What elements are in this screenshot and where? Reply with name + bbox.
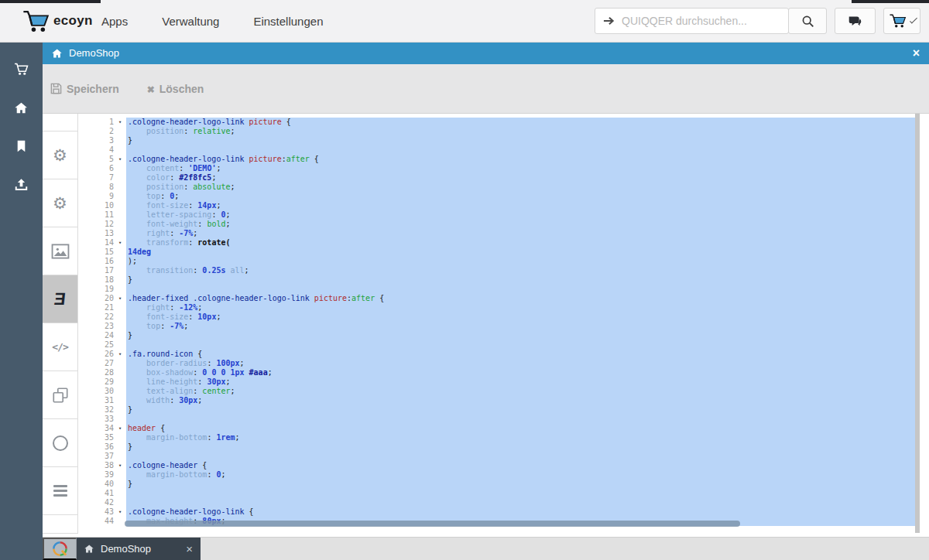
tool-gear-icon[interactable]: ⚙	[43, 131, 78, 179]
line-number: 32	[87, 405, 114, 415]
code-line-text[interactable]: text-align: center;	[126, 387, 915, 396]
delete-button[interactable]: ✖Löschen	[147, 83, 204, 95]
code-line-text[interactable]: position: relative;	[126, 127, 915, 136]
tool-bars-icon[interactable]	[43, 467, 78, 515]
fold-arrow-icon[interactable]: ▾	[114, 507, 126, 517]
code-line-text[interactable]: box-shadow: 0 0 0 1px #aaa;	[126, 368, 915, 377]
code-line-text[interactable]: width: 30px;	[126, 396, 915, 405]
tool-css3-icon[interactable]: Ǝ	[43, 275, 78, 323]
fold-arrow-icon[interactable]: ▾	[114, 155, 126, 164]
code-line-text[interactable]: }	[126, 405, 915, 415]
code-line-text[interactable]: border-radius: 100px;	[126, 359, 915, 368]
code-line-text[interactable]: top: 0;	[126, 192, 915, 201]
code-line-text[interactable]: }	[126, 331, 915, 340]
code-editor[interactable]: 1▾.cologne-header-logo-link picture {2 p…	[87, 114, 920, 533]
line-number: 42	[87, 498, 114, 507]
cart-menu-button[interactable]	[883, 8, 920, 34]
chevron-down-icon	[910, 16, 917, 24]
menu-item-verwaltung[interactable]: Verwaltung	[162, 15, 219, 28]
save-button[interactable]: Speichern	[50, 83, 119, 95]
menu-item-einstellungen[interactable]: Einstellungen	[253, 15, 323, 28]
tool-gear-icon[interactable]: ⚙	[43, 179, 78, 227]
editor-horizontal-scrollbar[interactable]	[125, 521, 740, 527]
fold-arrow-icon[interactable]: ▾	[114, 424, 126, 433]
line-gutter: 12	[87, 220, 126, 229]
code-line-text[interactable]: }	[126, 275, 915, 285]
code-line-text[interactable]: margin-bottom: 1rem;	[126, 433, 915, 442]
code-line-text[interactable]: margin-bottom: 0;	[126, 470, 915, 480]
bookmark-icon[interactable]	[0, 127, 43, 166]
window-edge-left	[0, 0, 101, 3]
code-line-text[interactable]: font-weight: bold;	[126, 220, 915, 229]
tool-image-icon[interactable]	[43, 227, 78, 275]
code-line-text[interactable]	[126, 415, 915, 424]
panel-title: DemoShop	[69, 47, 119, 59]
code-line-text[interactable]: font-size: 10px;	[126, 312, 915, 322]
fold-arrow-icon	[114, 275, 126, 285]
fold-arrow-icon	[114, 285, 126, 294]
code-line-text[interactable]	[126, 145, 915, 155]
code-line-text[interactable]: .cologne-header {	[126, 461, 915, 470]
code-line-text[interactable]: 14deg	[126, 248, 915, 257]
quiqqer-logo-icon	[51, 540, 69, 558]
code-line-text[interactable]: header {	[126, 424, 915, 433]
code-line-text[interactable]: .cologne-header-logo-link picture {	[126, 118, 915, 127]
code-line-text[interactable]	[126, 285, 915, 294]
taskbar-tab-demoshop[interactable]: DemoShop ×	[77, 538, 201, 560]
code-line-text[interactable]: content: 'DEMO';	[126, 164, 915, 173]
cart-icon	[889, 13, 907, 29]
search-input[interactable]	[620, 14, 788, 28]
brand-logo[interactable]: ecoyn	[22, 7, 93, 35]
code-line-text[interactable]	[126, 498, 915, 507]
code-line-text[interactable]: .cologne-header-logo-link picture:after …	[126, 155, 915, 164]
code-line-text[interactable]: position: absolute;	[126, 183, 915, 192]
code-line-text[interactable]: transform: rotate(	[126, 238, 915, 248]
tool-circle-icon[interactable]	[43, 419, 78, 467]
fold-arrow-icon[interactable]: ▾	[114, 294, 126, 303]
editor-vertical-scrollbar[interactable]	[915, 114, 920, 533]
line-gutter: 36	[87, 442, 126, 452]
menu-item-apps[interactable]: Apps	[101, 15, 128, 28]
panel-close-icon[interactable]: ×	[913, 47, 920, 60]
line-gutter: 1▾	[87, 118, 126, 127]
fold-arrow-icon	[114, 368, 126, 377]
code-line-text[interactable]: .cologne-header-logo-link {	[126, 507, 915, 517]
fold-arrow-icon	[114, 359, 126, 368]
line-number: 38	[87, 461, 114, 470]
code-line-text[interactable]: color: #2f8fc5;	[126, 173, 915, 183]
search-button[interactable]	[788, 8, 827, 34]
code-line-text[interactable]	[126, 340, 915, 350]
code-line-text[interactable]: }	[126, 136, 915, 145]
code-line-text[interactable]: right: -12%;	[126, 303, 915, 312]
code-line-text[interactable]: right: -7%;	[126, 229, 915, 238]
code-line-text[interactable]: }	[126, 442, 915, 452]
upload-icon[interactable]	[0, 166, 43, 204]
fold-arrow-icon[interactable]: ▾	[114, 461, 126, 470]
messages-button[interactable]	[835, 8, 876, 34]
tab-close-icon[interactable]: ×	[186, 543, 193, 555]
code-line-text[interactable]: top: -7%;	[126, 322, 915, 331]
code-line-text[interactable]: }	[126, 480, 915, 489]
code-line: 37	[87, 452, 915, 461]
code-line: 40}	[87, 480, 915, 489]
cart-icon[interactable]	[0, 50, 43, 88]
code-line-text[interactable]	[126, 452, 915, 461]
code-line-text[interactable]: );	[126, 257, 915, 266]
tool-copy-icon[interactable]	[43, 371, 78, 419]
quiqqer-menu-button[interactable]	[43, 538, 77, 560]
tool-code-icon[interactable]: </>	[43, 323, 78, 371]
home-icon[interactable]	[0, 88, 43, 127]
code-line-text[interactable]: line-height: 30px;	[126, 377, 915, 387]
code-line: 25	[87, 340, 915, 350]
code-line-text[interactable]: .fa.round-icon {	[126, 350, 915, 359]
code-line-text[interactable]	[126, 489, 915, 498]
code-line-text[interactable]: .header-fixed .cologne-header-logo-link …	[126, 294, 915, 303]
code-line-text[interactable]: letter-spacing: 0;	[126, 210, 915, 220]
line-gutter: 20▾	[87, 294, 126, 303]
panel-titlebar[interactable]: DemoShop ×	[43, 42, 929, 64]
fold-arrow-icon[interactable]: ▾	[114, 118, 126, 127]
fold-arrow-icon[interactable]: ▾	[114, 238, 126, 248]
fold-arrow-icon[interactable]: ▾	[114, 350, 126, 359]
code-line-text[interactable]: font-size: 14px;	[126, 201, 915, 210]
code-line-text[interactable]: transition: 0.25s all;	[126, 266, 915, 275]
